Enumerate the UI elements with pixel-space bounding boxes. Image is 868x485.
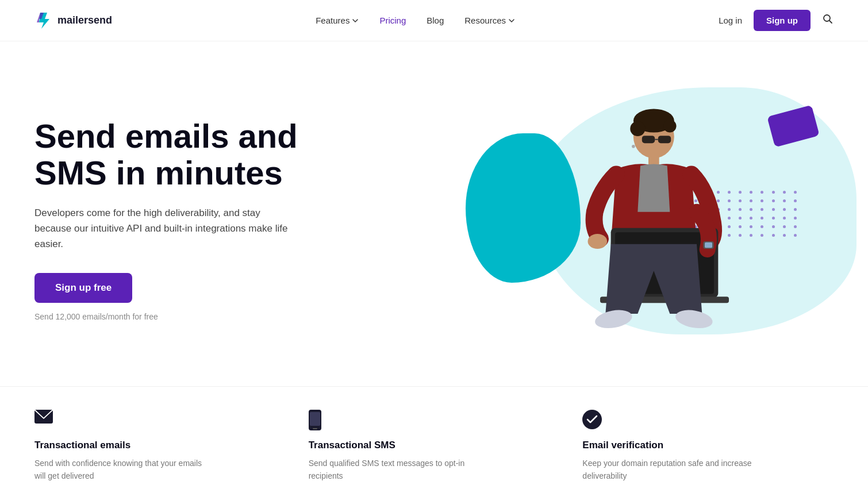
nav-links: Features Pricing Blog Resources <box>316 16 515 25</box>
nav-actions: Log in Sign up <box>719 10 834 31</box>
svg-rect-8 <box>658 136 671 143</box>
svg-rect-26 <box>313 428 317 429</box>
svg-point-5 <box>630 121 645 136</box>
svg-point-12 <box>588 234 608 249</box>
svg-point-6 <box>663 120 676 132</box>
svg-point-2 <box>824 15 830 21</box>
hero-subtext: Send 12,000 emails/month for free <box>34 312 299 321</box>
feature-transactional-emails-desc: Send with confidence knowing that your e… <box>34 457 207 483</box>
search-button[interactable] <box>822 13 834 28</box>
sms-icon <box>309 410 329 430</box>
navbar: mailersend Features Pricing Blog Resourc… <box>0 0 868 41</box>
nav-item-blog[interactable]: Blog <box>427 16 444 25</box>
features-section: Transactional emails Send with confidenc… <box>0 386 868 485</box>
signup-button[interactable]: Sign up <box>754 10 811 31</box>
hero-description: Developers come for the high deliverabil… <box>34 205 299 252</box>
verify-icon <box>582 410 603 430</box>
svg-rect-27 <box>310 412 320 426</box>
feature-email-verification-title: Email verification <box>582 440 834 451</box>
hero-person-illustration <box>512 93 753 346</box>
logo[interactable]: mailersend <box>34 11 112 30</box>
brand-name: mailersend <box>57 14 112 26</box>
chevron-down-icon <box>352 17 359 24</box>
nav-item-resources[interactable]: Resources <box>464 16 515 25</box>
login-button[interactable]: Log in <box>719 16 742 25</box>
hero-title: Send emails and SMS in minutes <box>34 118 299 191</box>
svg-rect-21 <box>705 242 712 248</box>
svg-point-10 <box>632 145 635 148</box>
svg-rect-7 <box>642 136 655 143</box>
feature-transactional-emails-title: Transactional emails <box>34 440 286 451</box>
feature-transactional-sms: Transactional SMS Send qualified SMS tex… <box>309 410 560 483</box>
hero-section: Send emails and SMS in minutes Developer… <box>0 41 868 386</box>
svg-point-28 <box>582 410 602 429</box>
feature-transactional-sms-title: Transactional SMS <box>309 440 560 451</box>
feature-transactional-emails: Transactional emails Send with confidenc… <box>34 410 286 483</box>
feature-email-verification-desc: Keep your domain reputation safe and inc… <box>582 457 755 483</box>
feature-transactional-sms-desc: Send qualified SMS text messages to opt-… <box>309 457 481 483</box>
hero-content: Send emails and SMS in minutes Developer… <box>34 118 299 321</box>
chevron-down-icon <box>508 17 515 24</box>
email-icon <box>34 410 55 430</box>
nav-item-features[interactable]: Features <box>316 16 359 25</box>
hero-signup-button[interactable]: Sign up free <box>34 273 132 303</box>
search-icon <box>822 13 834 25</box>
nav-item-pricing[interactable]: Pricing <box>379 16 406 25</box>
logo-icon <box>34 11 53 30</box>
feature-email-verification: Email verification Keep your domain repu… <box>582 410 834 483</box>
hero-illustration <box>431 76 834 363</box>
